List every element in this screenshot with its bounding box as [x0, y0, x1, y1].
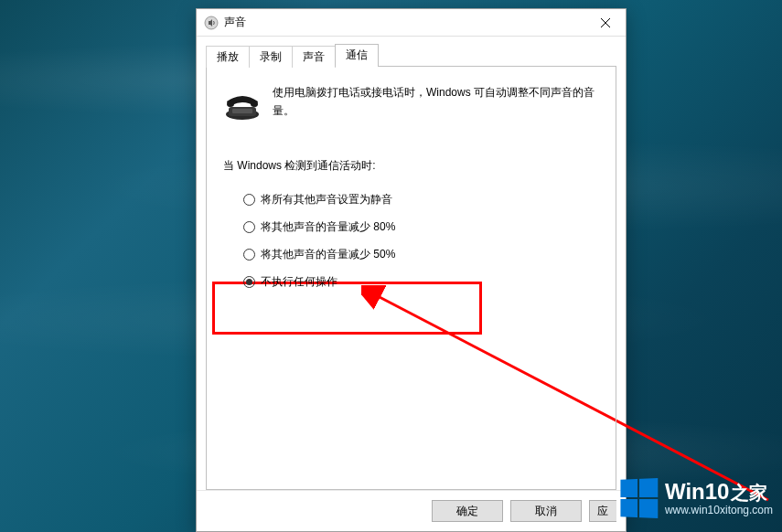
radio-reduce-80[interactable]: 将其他声音的音量减少 80%: [243, 219, 599, 235]
section-label: 当 Windows 检测到通信活动时:: [223, 158, 599, 174]
cancel-button[interactable]: 取消: [510, 500, 582, 522]
radio-icon: [243, 249, 255, 261]
tab-communications[interactable]: 通信: [335, 44, 379, 67]
radio-label: 将其他声音的音量减少 50%: [261, 247, 395, 262]
tab-sounds[interactable]: 声音: [292, 46, 336, 68]
windows-logo-icon: [620, 478, 658, 518]
dialog-button-row: 确定 取消 应: [197, 490, 626, 531]
radio-do-nothing[interactable]: 不执行任何操作: [243, 274, 599, 290]
watermark-text: Win10 之家 www.win10xitong.com: [665, 480, 773, 516]
close-button[interactable]: [584, 9, 626, 36]
sound-app-icon: [204, 16, 219, 30]
radio-group: 将所有其他声音设置为静音 将其他声音的音量减少 80% 将其他声音的音量减少 5…: [223, 192, 599, 290]
tab-content: 使用电脑拨打电话或接电话时，Windows 可自动调整不同声音的音量。 当 Wi…: [206, 66, 616, 490]
description-row: 使用电脑拨打电话或接电话时，Windows 可自动调整不同声音的音量。: [223, 83, 599, 122]
radio-mute-all[interactable]: 将所有其他声音设置为静音: [243, 192, 599, 207]
description-text: 使用电脑拨打电话或接电话时，Windows 可自动调整不同声音的音量。: [273, 83, 599, 122]
radio-reduce-50[interactable]: 将其他声音的音量减少 50%: [243, 247, 599, 262]
radio-label: 将所有其他声音设置为静音: [261, 192, 392, 207]
svg-point-5: [251, 101, 258, 107]
svg-rect-3: [232, 109, 252, 113]
apply-button[interactable]: 应: [589, 500, 616, 522]
watermark-brand-zh: 之家: [731, 483, 767, 503]
radio-icon: [243, 276, 255, 288]
radio-icon: [243, 221, 255, 233]
watermark-brand-en: Win10: [665, 480, 729, 504]
tab-strip: 播放 录制 声音 通信: [206, 44, 616, 66]
tab-playback[interactable]: 播放: [206, 46, 250, 68]
phone-icon: [223, 83, 262, 122]
sound-dialog: 声音 播放 录制 声音 通信: [196, 8, 627, 532]
watermark-url: www.win10xitong.com: [665, 505, 773, 516]
svg-point-4: [227, 101, 234, 107]
tab-recording[interactable]: 录制: [249, 46, 293, 68]
radio-label: 不执行任何操作: [261, 274, 337, 290]
close-icon: [601, 18, 610, 27]
tab-area: 播放 录制 声音 通信 使用电脑拨打电话或接电话时，Windows 可自动调: [197, 37, 626, 490]
watermark: Win10 之家 www.win10xitong.com: [619, 479, 773, 517]
ok-button[interactable]: 确定: [432, 500, 503, 522]
radio-label: 将其他声音的音量减少 80%: [261, 219, 395, 235]
titlebar: 声音: [197, 9, 626, 37]
window-title: 声音: [224, 15, 584, 30]
radio-icon: [243, 194, 255, 206]
